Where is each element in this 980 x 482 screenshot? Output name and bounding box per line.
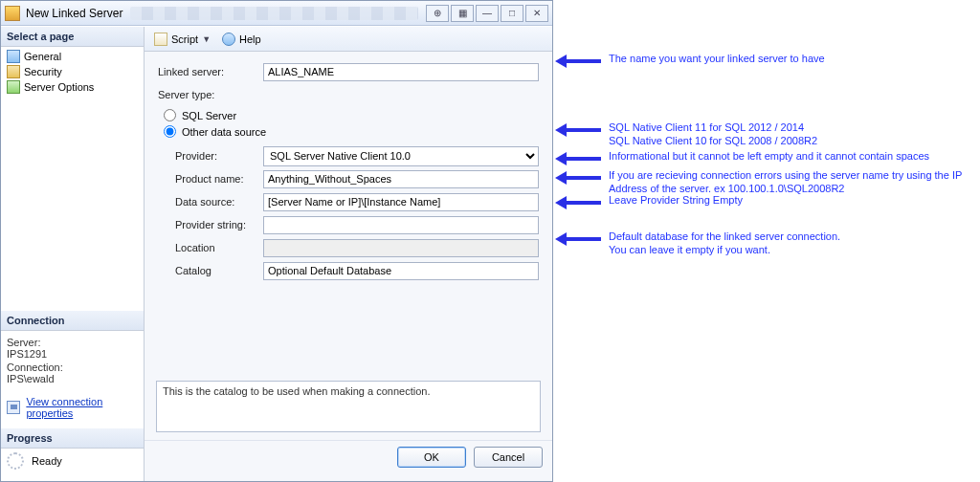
page-item-label: Server Options — [24, 81, 94, 93]
server-value: IPS1291 — [7, 348, 138, 360]
server-label: Server: — [7, 337, 138, 348]
toolbar: Script ▼ Help — [145, 27, 552, 52]
progress-state: Ready — [32, 455, 62, 467]
provider-select[interactable]: SQL Server Native Client 10.0 — [263, 146, 539, 166]
radio-sql-server-label: SQL Server — [182, 110, 236, 121]
arrow-icon — [555, 195, 601, 210]
page-security-icon — [7, 65, 20, 78]
chevron-down-icon: ▼ — [202, 34, 211, 44]
progress-header: Progress — [1, 428, 144, 449]
script-label: Script — [171, 33, 198, 45]
data-source-input[interactable] — [263, 193, 539, 211]
titlebar-blurred-region — [130, 7, 418, 20]
help-icon — [222, 33, 235, 46]
annotations-overlay: The name you want your linked server to … — [555, 48, 976, 258]
page-item-general[interactable]: General — [1, 49, 144, 64]
window-close-button[interactable]: ✕ — [525, 5, 548, 22]
window-minimize-button[interactable]: — — [476, 5, 499, 22]
arrow-icon — [555, 151, 601, 166]
provider-string-input[interactable] — [263, 216, 539, 234]
page-item-label: Security — [24, 66, 62, 77]
new-linked-server-dialog: New Linked Server ⊕ ▦ — □ ✕ Select a pag… — [0, 0, 553, 482]
location-input — [263, 239, 539, 257]
catalog-input[interactable] — [263, 262, 539, 280]
help-label: Help — [239, 33, 261, 45]
radio-other-label: Other data source — [182, 126, 266, 138]
linked-server-label: Linked server: — [158, 66, 263, 77]
cancel-button[interactable]: Cancel — [474, 447, 543, 468]
titlebar[interactable]: New Linked Server ⊕ ▦ — □ ✕ — [1, 1, 552, 26]
connection-value: IPS\ewald — [7, 373, 138, 384]
view-connection-properties-link[interactable]: View connection properties — [26, 396, 138, 419]
left-panel: Select a page General Security Server Op… — [1, 27, 145, 481]
window-title: New Linked Server — [26, 7, 122, 20]
catalog-label: Catalog — [158, 265, 263, 276]
ok-button[interactable]: OK — [397, 447, 466, 468]
select-page-header: Select a page — [1, 27, 144, 47]
server-type-label: Server type: — [158, 89, 263, 100]
script-menu[interactable]: Script ▼ — [150, 31, 214, 48]
connection-label: Connection: — [7, 362, 138, 373]
page-item-server-options[interactable]: Server Options — [1, 79, 144, 95]
connection-header: Connection — [1, 311, 144, 331]
arrow-icon — [555, 122, 601, 138]
annotation-linked-server: The name you want your linked server to … — [609, 52, 825, 65]
annotation-data-source: If you are recieving connection errors u… — [609, 168, 976, 195]
radio-other-data-source[interactable] — [164, 125, 176, 138]
window-maximize-button[interactable]: □ — [501, 5, 523, 22]
page-item-label: General — [24, 51, 61, 62]
provider-string-label: Provider string: — [158, 219, 263, 230]
annotation-product-name: Informational but it cannot be left empt… — [609, 149, 929, 163]
annotation-provider-string: Leave Provider String Empty — [609, 193, 743, 207]
arrow-icon — [555, 54, 601, 69]
help-text-box: This is the catalog to be used when maki… — [156, 381, 541, 432]
radio-sql-server[interactable] — [164, 109, 176, 121]
arrow-icon — [555, 170, 601, 186]
window-button-aux1[interactable]: ⊕ — [426, 5, 449, 22]
data-source-label: Data source: — [158, 196, 263, 208]
right-panel: Script ▼ Help Linked server: Server type… — [145, 27, 552, 481]
app-icon — [5, 6, 20, 21]
page-server-options-icon — [7, 80, 20, 94]
annotation-provider: SQL Native Client 11 for SQL 2012 / 2014… — [609, 120, 817, 147]
location-label: Location — [158, 242, 263, 253]
progress-spinner-icon — [7, 452, 24, 470]
linked-server-input[interactable] — [263, 63, 539, 81]
script-icon — [154, 33, 167, 46]
view-connection-icon — [7, 401, 20, 414]
product-name-label: Product name: — [158, 173, 263, 185]
page-item-security[interactable]: Security — [1, 64, 144, 79]
annotation-catalog: Default database for the linked server c… — [609, 230, 840, 256]
page-general-icon — [7, 50, 20, 63]
help-button[interactable]: Help — [218, 31, 265, 48]
product-name-input[interactable] — [263, 170, 539, 188]
arrow-icon — [555, 231, 601, 247]
window-button-aux2[interactable]: ▦ — [451, 5, 474, 22]
provider-label: Provider: — [158, 150, 263, 162]
